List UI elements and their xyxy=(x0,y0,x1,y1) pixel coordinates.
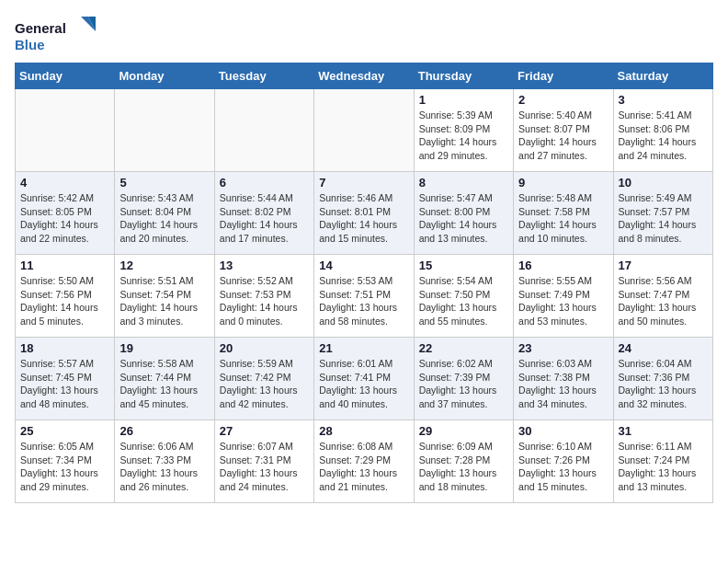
calendar-week-4: 18Sunrise: 5:57 AMSunset: 7:45 PMDayligh… xyxy=(16,338,713,420)
day-number: 11 xyxy=(20,259,109,272)
calendar-cell: 5Sunrise: 5:43 AMSunset: 8:04 PMDaylight… xyxy=(115,172,214,255)
calendar-cell: 16Sunrise: 5:55 AMSunset: 7:49 PMDayligh… xyxy=(514,255,613,338)
day-info: Sunrise: 5:59 AMSunset: 7:42 PMDaylight:… xyxy=(220,357,309,411)
calendar-table: SundayMondayTuesdayWednesdayThursdayFrid… xyxy=(15,63,713,503)
day-info: Sunrise: 5:41 AMSunset: 8:06 PMDaylight:… xyxy=(619,109,708,163)
calendar-cell: 27Sunrise: 6:07 AMSunset: 7:31 PMDayligh… xyxy=(214,420,313,503)
day-info: Sunrise: 6:03 AMSunset: 7:38 PMDaylight:… xyxy=(518,357,608,411)
day-number: 25 xyxy=(20,424,109,438)
calendar-week-2: 4Sunrise: 5:42 AMSunset: 8:05 PMDaylight… xyxy=(16,172,713,255)
calendar-cell: 11Sunrise: 5:50 AMSunset: 7:56 PMDayligh… xyxy=(16,255,115,338)
day-info: Sunrise: 5:57 AMSunset: 7:45 PMDaylight:… xyxy=(20,357,109,411)
day-info: Sunrise: 6:04 AMSunset: 7:36 PMDaylight:… xyxy=(619,357,708,411)
day-info: Sunrise: 5:58 AMSunset: 7:44 PMDaylight:… xyxy=(119,357,209,411)
day-number: 18 xyxy=(20,341,109,355)
calendar-cell: 21Sunrise: 6:01 AMSunset: 7:41 PMDayligh… xyxy=(314,338,414,420)
calendar-cell: 31Sunrise: 6:11 AMSunset: 7:24 PMDayligh… xyxy=(613,420,712,503)
calendar-week-1: 1Sunrise: 5:39 AMSunset: 8:09 PMDaylight… xyxy=(16,89,713,172)
day-info: Sunrise: 6:02 AMSunset: 7:39 PMDaylight:… xyxy=(419,357,508,411)
calendar-cell xyxy=(314,89,414,172)
calendar-cell: 22Sunrise: 6:02 AMSunset: 7:39 PMDayligh… xyxy=(414,338,513,420)
weekday-header-thursday: Thursday xyxy=(414,63,513,89)
calendar-cell: 23Sunrise: 6:03 AMSunset: 7:38 PMDayligh… xyxy=(514,338,613,420)
calendar-cell: 12Sunrise: 5:51 AMSunset: 7:54 PMDayligh… xyxy=(115,255,214,338)
day-number: 21 xyxy=(319,341,408,355)
calendar-cell: 30Sunrise: 6:10 AMSunset: 7:26 PMDayligh… xyxy=(514,420,613,503)
day-info: Sunrise: 5:47 AMSunset: 8:00 PMDaylight:… xyxy=(419,191,508,246)
calendar-cell: 19Sunrise: 5:58 AMSunset: 7:44 PMDayligh… xyxy=(115,338,214,420)
day-number: 27 xyxy=(220,424,309,438)
calendar-cell: 15Sunrise: 5:54 AMSunset: 7:50 PMDayligh… xyxy=(414,255,513,338)
calendar-cell xyxy=(115,89,214,172)
calendar-cell: 9Sunrise: 5:48 AMSunset: 7:58 PMDaylight… xyxy=(514,172,613,255)
weekday-header-row: SundayMondayTuesdayWednesdayThursdayFrid… xyxy=(16,63,713,89)
day-info: Sunrise: 5:39 AMSunset: 8:09 PMDaylight:… xyxy=(419,109,508,163)
calendar-cell: 6Sunrise: 5:44 AMSunset: 8:02 PMDaylight… xyxy=(214,172,313,255)
calendar-cell: 18Sunrise: 5:57 AMSunset: 7:45 PMDayligh… xyxy=(16,338,115,420)
day-number: 6 xyxy=(220,176,309,190)
day-info: Sunrise: 5:43 AMSunset: 8:04 PMDaylight:… xyxy=(119,191,209,246)
calendar-cell: 29Sunrise: 6:09 AMSunset: 7:28 PMDayligh… xyxy=(414,420,513,503)
day-number: 12 xyxy=(119,259,209,272)
weekday-header-sunday: Sunday xyxy=(16,63,115,89)
calendar-cell: 28Sunrise: 6:08 AMSunset: 7:29 PMDayligh… xyxy=(314,420,414,503)
day-info: Sunrise: 6:11 AMSunset: 7:24 PMDaylight:… xyxy=(619,440,708,494)
calendar-cell: 4Sunrise: 5:42 AMSunset: 8:05 PMDaylight… xyxy=(16,172,115,255)
calendar-cell: 14Sunrise: 5:53 AMSunset: 7:51 PMDayligh… xyxy=(314,255,414,338)
calendar-cell: 7Sunrise: 5:46 AMSunset: 8:01 PMDaylight… xyxy=(314,172,414,255)
day-info: Sunrise: 6:07 AMSunset: 7:31 PMDaylight:… xyxy=(220,440,309,494)
day-number: 24 xyxy=(619,341,708,355)
weekday-header-monday: Monday xyxy=(115,63,214,89)
calendar-cell: 8Sunrise: 5:47 AMSunset: 8:00 PMDaylight… xyxy=(414,172,513,255)
day-number: 14 xyxy=(319,259,408,272)
day-number: 19 xyxy=(119,341,209,355)
day-info: Sunrise: 5:46 AMSunset: 8:01 PMDaylight:… xyxy=(319,191,408,246)
weekday-header-wednesday: Wednesday xyxy=(314,63,414,89)
logo: General Blue xyxy=(15,15,97,55)
day-info: Sunrise: 6:06 AMSunset: 7:33 PMDaylight:… xyxy=(119,440,209,494)
page-header: General Blue xyxy=(15,15,713,55)
day-number: 9 xyxy=(518,176,608,190)
day-info: Sunrise: 5:50 AMSunset: 7:56 PMDaylight:… xyxy=(20,274,109,328)
svg-text:Blue: Blue xyxy=(15,37,45,52)
day-info: Sunrise: 5:53 AMSunset: 7:51 PMDaylight:… xyxy=(319,274,408,328)
day-number: 10 xyxy=(619,176,708,190)
weekday-header-tuesday: Tuesday xyxy=(214,63,313,89)
calendar-cell: 24Sunrise: 6:04 AMSunset: 7:36 PMDayligh… xyxy=(613,338,712,420)
day-info: Sunrise: 5:55 AMSunset: 7:49 PMDaylight:… xyxy=(518,274,608,328)
calendar-week-3: 11Sunrise: 5:50 AMSunset: 7:56 PMDayligh… xyxy=(16,255,713,338)
day-number: 5 xyxy=(119,176,209,190)
day-info: Sunrise: 6:01 AMSunset: 7:41 PMDaylight:… xyxy=(319,357,408,411)
svg-text:General: General xyxy=(15,20,66,36)
calendar-cell: 20Sunrise: 5:59 AMSunset: 7:42 PMDayligh… xyxy=(214,338,313,420)
day-number: 23 xyxy=(518,341,608,355)
day-number: 2 xyxy=(518,93,608,107)
day-number: 13 xyxy=(220,259,309,272)
day-number: 1 xyxy=(419,93,508,107)
calendar-week-5: 25Sunrise: 6:05 AMSunset: 7:34 PMDayligh… xyxy=(16,420,713,503)
calendar-cell xyxy=(214,89,313,172)
day-info: Sunrise: 5:52 AMSunset: 7:53 PMDaylight:… xyxy=(220,274,309,328)
day-number: 29 xyxy=(419,424,508,438)
calendar-cell: 25Sunrise: 6:05 AMSunset: 7:34 PMDayligh… xyxy=(16,420,115,503)
day-number: 20 xyxy=(220,341,309,355)
day-info: Sunrise: 5:42 AMSunset: 8:05 PMDaylight:… xyxy=(20,191,109,246)
day-number: 7 xyxy=(319,176,408,190)
day-number: 16 xyxy=(518,259,608,272)
day-info: Sunrise: 6:05 AMSunset: 7:34 PMDaylight:… xyxy=(20,440,109,494)
day-info: Sunrise: 6:09 AMSunset: 7:28 PMDaylight:… xyxy=(419,440,508,494)
calendar-cell xyxy=(16,89,115,172)
calendar-cell: 26Sunrise: 6:06 AMSunset: 7:33 PMDayligh… xyxy=(115,420,214,503)
day-info: Sunrise: 6:10 AMSunset: 7:26 PMDaylight:… xyxy=(518,440,608,494)
day-number: 22 xyxy=(419,341,508,355)
day-info: Sunrise: 5:44 AMSunset: 8:02 PMDaylight:… xyxy=(220,191,309,246)
weekday-header-friday: Friday xyxy=(514,63,613,89)
day-info: Sunrise: 5:54 AMSunset: 7:50 PMDaylight:… xyxy=(419,274,508,328)
day-info: Sunrise: 5:49 AMSunset: 7:57 PMDaylight:… xyxy=(619,191,708,246)
day-info: Sunrise: 5:51 AMSunset: 7:54 PMDaylight:… xyxy=(119,274,209,328)
weekday-header-saturday: Saturday xyxy=(613,63,712,89)
day-number: 28 xyxy=(319,424,408,438)
day-info: Sunrise: 5:56 AMSunset: 7:47 PMDaylight:… xyxy=(619,274,708,328)
calendar-cell: 2Sunrise: 5:40 AMSunset: 8:07 PMDaylight… xyxy=(514,89,613,172)
day-number: 31 xyxy=(619,424,708,438)
